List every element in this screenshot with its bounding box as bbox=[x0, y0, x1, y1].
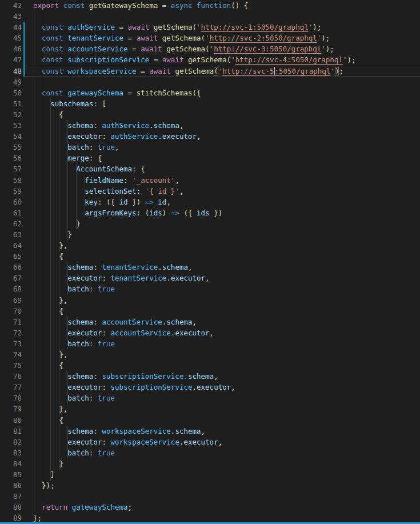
code-line-63[interactable]: 63 } bbox=[0, 229, 420, 240]
line-number[interactable]: 56 bbox=[0, 153, 22, 163]
code-line-67[interactable]: 67 executor: tenantService.executor, bbox=[0, 273, 420, 283]
url-link-text[interactable]: http://svc-5 bbox=[222, 67, 274, 75]
line-number[interactable]: 61 bbox=[0, 207, 22, 218]
code-line-55[interactable]: 55 batch: true, bbox=[0, 142, 420, 153]
code-line-77[interactable]: 77 executor: subscriptionService.executo… bbox=[0, 382, 420, 393]
line-number[interactable]: 50 bbox=[0, 87, 22, 98]
line-number[interactable]: 62 bbox=[0, 218, 22, 229]
code-line-48[interactable]: 48 const workspaceService = await getSch… bbox=[0, 66, 420, 77]
url-link-text[interactable]: :5050/graphql bbox=[275, 67, 331, 75]
line-number[interactable]: 69 bbox=[0, 295, 22, 306]
code-line-61[interactable]: 61 argsFromKeys: (ids) => ({ ids }) bbox=[0, 207, 420, 218]
line-number[interactable]: 42 bbox=[0, 0, 22, 11]
line-number[interactable]: 83 bbox=[0, 447, 22, 458]
line-number[interactable]: 78 bbox=[0, 393, 22, 403]
line-number[interactable]: 73 bbox=[0, 338, 22, 349]
code-line-65[interactable]: 65 { bbox=[0, 251, 420, 262]
code-line-54[interactable]: 54 executor: authService.executor, bbox=[0, 131, 420, 142]
code-line-56[interactable]: 56 merge: { bbox=[0, 153, 420, 163]
line-number[interactable]: 74 bbox=[0, 349, 22, 360]
code-line-43[interactable]: 43 bbox=[0, 11, 420, 22]
line-number[interactable]: 87 bbox=[0, 491, 22, 502]
line-number[interactable]: 63 bbox=[0, 229, 22, 240]
line-number[interactable]: 52 bbox=[0, 109, 22, 120]
code-line-51[interactable]: 51 subschemas: [ bbox=[0, 98, 420, 109]
line-number[interactable]: 75 bbox=[0, 360, 22, 371]
code-line-64[interactable]: 64 }, bbox=[0, 240, 420, 251]
code-line-89[interactable]: 89}; bbox=[0, 513, 420, 523]
line-number[interactable]: 46 bbox=[0, 43, 22, 54]
code-line-76[interactable]: 76 schema: subscriptionService.schema, bbox=[0, 371, 420, 382]
url-link-text[interactable]: http://svc-3:5050/graphql bbox=[214, 45, 321, 53]
line-number[interactable]: 79 bbox=[0, 403, 22, 414]
line-number[interactable]: 53 bbox=[0, 120, 22, 131]
code-line-49[interactable]: 49 bbox=[0, 77, 420, 87]
line-number[interactable]: 58 bbox=[0, 175, 22, 186]
line-number[interactable]: 65 bbox=[0, 251, 22, 262]
code-line-50[interactable]: 50 const gatewaySchema = stitchSchemas({ bbox=[0, 87, 420, 98]
line-number[interactable]: 68 bbox=[0, 283, 22, 294]
line-number[interactable]: 80 bbox=[0, 415, 22, 426]
line-number[interactable]: 55 bbox=[0, 142, 22, 153]
code-line-69[interactable]: 69 }, bbox=[0, 295, 420, 306]
line-number[interactable]: 85 bbox=[0, 469, 22, 480]
code-line-62[interactable]: 62 } bbox=[0, 218, 420, 229]
line-number[interactable]: 59 bbox=[0, 186, 22, 197]
line-number[interactable]: 84 bbox=[0, 458, 22, 469]
code-line-45[interactable]: 45 const tenantService = await getSchema… bbox=[0, 33, 420, 43]
line-number[interactable]: 45 bbox=[0, 33, 22, 43]
code-line-84[interactable]: 84 } bbox=[0, 458, 420, 469]
line-number[interactable]: 71 bbox=[0, 317, 22, 327]
code-line-74[interactable]: 74 }, bbox=[0, 349, 420, 360]
code-line-72[interactable]: 72 executor: accountService.executor, bbox=[0, 327, 420, 338]
line-number[interactable]: 86 bbox=[0, 480, 22, 491]
line-number[interactable]: 57 bbox=[0, 163, 22, 174]
line-number[interactable]: 51 bbox=[0, 98, 22, 109]
code-line-78[interactable]: 78 batch: true bbox=[0, 393, 420, 403]
code-line-70[interactable]: 70 { bbox=[0, 306, 420, 317]
line-number[interactable]: 66 bbox=[0, 262, 22, 273]
line-number[interactable]: 82 bbox=[0, 437, 22, 447]
code-line-87[interactable]: 87 bbox=[0, 491, 420, 502]
line-number[interactable]: 76 bbox=[0, 371, 22, 382]
line-number[interactable]: 88 bbox=[0, 502, 22, 513]
code-line-47[interactable]: 47 const subscriptionService = await get… bbox=[0, 54, 420, 65]
line-number[interactable]: 44 bbox=[0, 22, 22, 33]
line-number[interactable]: 48 bbox=[0, 66, 22, 77]
line-number[interactable]: 60 bbox=[0, 197, 22, 207]
code-line-75[interactable]: 75 { bbox=[0, 360, 420, 371]
code-line-88[interactable]: 88 return gatewaySchema; bbox=[0, 502, 420, 513]
line-number[interactable]: 49 bbox=[0, 77, 22, 87]
code-line-42[interactable]: 42export const getGatewaySchema = async … bbox=[0, 0, 420, 11]
line-number[interactable]: 43 bbox=[0, 11, 22, 22]
code-line-82[interactable]: 82 executor: workspaceService.executor, bbox=[0, 437, 420, 447]
code-line-60[interactable]: 60 key: ({ id }) => id, bbox=[0, 197, 420, 207]
url-link-text[interactable]: http://svc-1:5050/graphql bbox=[201, 23, 309, 31]
code-line-57[interactable]: 57 AccountSchema: { bbox=[0, 163, 420, 174]
line-number[interactable]: 89 bbox=[0, 513, 22, 523]
line-number[interactable]: 54 bbox=[0, 131, 22, 142]
code-line-58[interactable]: 58 fieldName: '_account', bbox=[0, 175, 420, 186]
code-line-73[interactable]: 73 batch: true bbox=[0, 338, 420, 349]
code-line-71[interactable]: 71 schema: accountService.schema, bbox=[0, 317, 420, 327]
code-line-59[interactable]: 59 selectionSet: '{ id }', bbox=[0, 186, 420, 197]
line-number[interactable]: 77 bbox=[0, 382, 22, 393]
code-line-44[interactable]: 44 const authService = await getSchema('… bbox=[0, 22, 420, 33]
line-number[interactable]: 64 bbox=[0, 240, 22, 251]
code-line-53[interactable]: 53 schema: authService.schema, bbox=[0, 120, 420, 131]
code-line-68[interactable]: 68 batch: true bbox=[0, 283, 420, 294]
code-line-79[interactable]: 79 }, bbox=[0, 403, 420, 414]
line-number[interactable]: 70 bbox=[0, 306, 22, 317]
code-line-81[interactable]: 81 schema: workspaceService.schema, bbox=[0, 426, 420, 437]
code-line-52[interactable]: 52 { bbox=[0, 109, 420, 120]
line-number[interactable]: 67 bbox=[0, 273, 22, 283]
line-number[interactable]: 72 bbox=[0, 327, 22, 338]
code-line-86[interactable]: 86 }); bbox=[0, 480, 420, 491]
line-number[interactable]: 47 bbox=[0, 54, 22, 65]
line-number[interactable]: 81 bbox=[0, 426, 22, 437]
url-link-text[interactable]: http://svc-4:5050/graphql bbox=[235, 55, 343, 64]
url-link-text[interactable]: http://svc-2:5050/graphql bbox=[210, 34, 317, 42]
code-line-46[interactable]: 46 const accountService = await getSchem… bbox=[0, 43, 420, 54]
code-line-83[interactable]: 83 batch: true bbox=[0, 447, 420, 458]
code-line-66[interactable]: 66 schema: tenantService.schema, bbox=[0, 262, 420, 273]
